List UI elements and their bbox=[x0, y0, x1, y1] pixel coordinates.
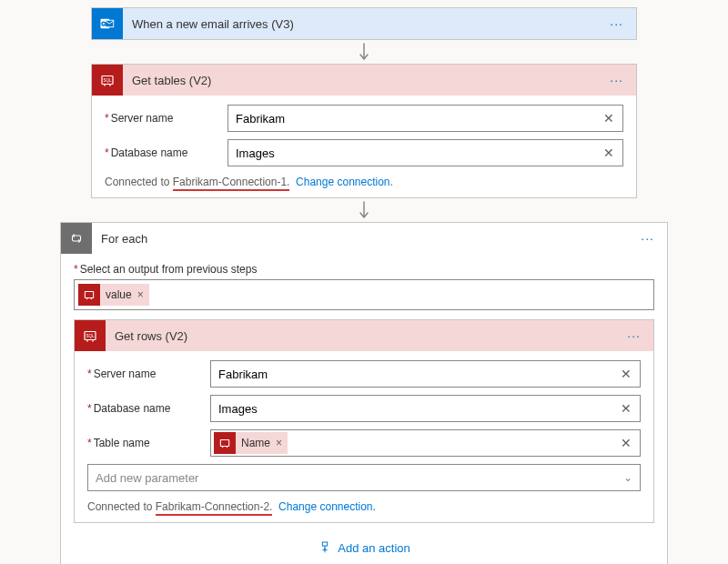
get-rows-menu-icon[interactable]: ··· bbox=[622, 328, 646, 343]
sql-icon: SQL bbox=[75, 320, 106, 351]
server-label: *Server name bbox=[105, 112, 228, 125]
db-input-wrap[interactable]: ✕ bbox=[210, 395, 641, 422]
table-label: *Table name bbox=[87, 437, 210, 449]
name-token[interactable]: Name × bbox=[214, 432, 288, 454]
trigger-menu-icon[interactable]: ··· bbox=[604, 16, 629, 31]
table-input-wrap[interactable]: Name × ✕ bbox=[210, 429, 641, 457]
connection-name: Fabrikam-Connection-1. bbox=[173, 176, 290, 191]
add-parameter-dropdown[interactable]: Add new parameter ⌄ bbox=[87, 464, 641, 491]
foreach-menu-icon[interactable]: ··· bbox=[635, 231, 660, 246]
token-remove-icon[interactable]: × bbox=[137, 288, 149, 301]
token-text: Name bbox=[236, 437, 276, 449]
db-row: *Database name ✕ bbox=[87, 395, 641, 422]
trigger-step: When a new email arrives (V3) ··· bbox=[91, 7, 637, 40]
add-parameter-label: Add new parameter bbox=[96, 471, 623, 485]
server-input[interactable] bbox=[218, 368, 618, 381]
arrow-icon bbox=[0, 40, 728, 64]
server-row: *Server name ✕ bbox=[105, 105, 623, 132]
change-connection-link[interactable]: Change connection. bbox=[296, 176, 393, 188]
add-step-icon bbox=[318, 540, 332, 555]
output-label: *Select an output from previous steps bbox=[74, 263, 654, 276]
clear-icon[interactable]: ✕ bbox=[618, 400, 634, 417]
trigger-title: When a new email arrives (V3) bbox=[123, 17, 604, 31]
server-input[interactable] bbox=[236, 112, 601, 126]
db-label: *Database name bbox=[105, 146, 228, 159]
server-label: *Server name bbox=[87, 368, 210, 380]
foreach-header[interactable]: For each ··· bbox=[61, 223, 667, 254]
foreach-body: *Select an output from previous steps va… bbox=[61, 254, 667, 564]
foreach-step: For each ··· *Select an output from prev… bbox=[60, 222, 668, 564]
db-input-wrap[interactable]: ✕ bbox=[228, 139, 623, 166]
change-connection-link[interactable]: Change connection. bbox=[278, 500, 376, 513]
server-input-wrap[interactable]: ✕ bbox=[228, 105, 623, 132]
db-input[interactable] bbox=[218, 402, 618, 416]
get-tables-title: Get tables (V2) bbox=[123, 74, 604, 87]
chevron-down-icon: ⌄ bbox=[623, 471, 632, 484]
sql-icon: SQL bbox=[92, 65, 123, 96]
clear-icon[interactable]: ✕ bbox=[618, 435, 634, 451]
arrow-icon bbox=[0, 198, 728, 222]
value-token[interactable]: value × bbox=[78, 284, 149, 306]
server-row: *Server name ✕ bbox=[87, 360, 641, 388]
db-label: *Database name bbox=[87, 402, 210, 415]
trigger-header[interactable]: When a new email arrives (V3) ··· bbox=[92, 8, 636, 39]
server-input-wrap[interactable]: ✕ bbox=[210, 360, 641, 388]
token-remove-icon[interactable]: × bbox=[276, 437, 288, 449]
db-row: *Database name ✕ bbox=[105, 139, 623, 166]
svg-rect-8 bbox=[220, 440, 228, 447]
sql-icon bbox=[78, 284, 100, 306]
token-text: value bbox=[100, 288, 137, 301]
clear-icon[interactable]: ✕ bbox=[601, 110, 617, 126]
svg-text:SQL: SQL bbox=[103, 78, 112, 83]
get-rows-header[interactable]: SQL Get rows (V2) ··· bbox=[75, 320, 653, 351]
svg-rect-5 bbox=[85, 292, 93, 298]
connection-info: Connected to Fabrikam-Connection-1. Chan… bbox=[105, 176, 623, 188]
db-input[interactable] bbox=[236, 146, 601, 160]
outlook-icon bbox=[92, 8, 123, 39]
clear-icon[interactable]: ✕ bbox=[601, 145, 617, 161]
table-row: *Table name Name × bbox=[87, 429, 641, 457]
clear-icon[interactable]: ✕ bbox=[618, 366, 634, 382]
add-action-button[interactable]: Add an action bbox=[74, 532, 654, 563]
add-action-label: Add an action bbox=[338, 541, 410, 555]
get-tables-body: *Server name ✕ *Database name ✕ Connecte… bbox=[92, 96, 636, 197]
loop-icon bbox=[61, 223, 92, 254]
get-tables-menu-icon[interactable]: ··· bbox=[604, 73, 629, 87]
connection-info: Connected to Fabrikam-Connection-2. Chan… bbox=[87, 500, 641, 513]
flow-canvas: When a new email arrives (V3) ··· SQL Ge… bbox=[0, 0, 728, 564]
svg-rect-9 bbox=[323, 542, 328, 546]
get-tables-header[interactable]: SQL Get tables (V2) ··· bbox=[92, 65, 636, 96]
sql-icon bbox=[214, 432, 236, 454]
foreach-title: For each bbox=[92, 232, 635, 246]
get-rows-body: *Server name ✕ *Database name ✕ bbox=[75, 351, 653, 522]
get-rows-step: SQL Get rows (V2) ··· *Server name ✕ *D bbox=[74, 319, 654, 523]
get-tables-step: SQL Get tables (V2) ··· *Server name ✕ *… bbox=[91, 64, 637, 198]
connection-name: Fabrikam-Connection-2. bbox=[156, 500, 273, 516]
get-rows-title: Get rows (V2) bbox=[106, 329, 622, 343]
svg-text:SQL: SQL bbox=[86, 334, 95, 338]
output-box[interactable]: value × bbox=[74, 279, 654, 310]
